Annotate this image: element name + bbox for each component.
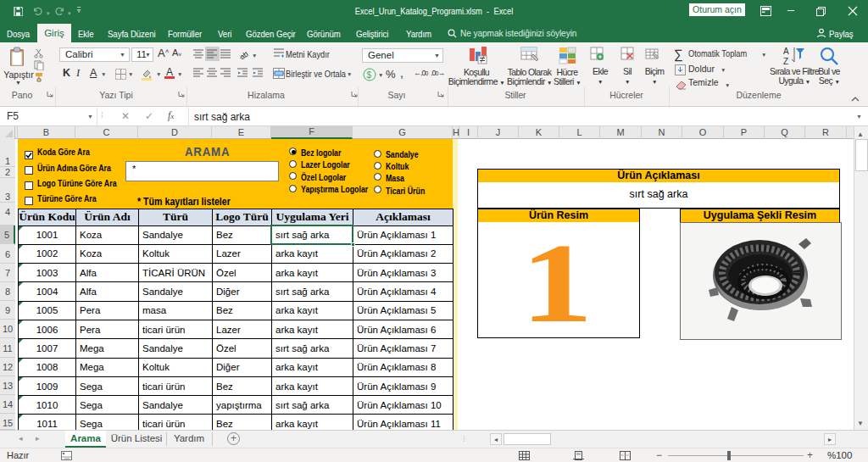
svg-text:ab: ab: [238, 49, 250, 61]
svg-text:Z: Z: [783, 57, 788, 66]
svg-text:A: A: [783, 47, 789, 56]
svg-text:$: $: [367, 70, 372, 80]
